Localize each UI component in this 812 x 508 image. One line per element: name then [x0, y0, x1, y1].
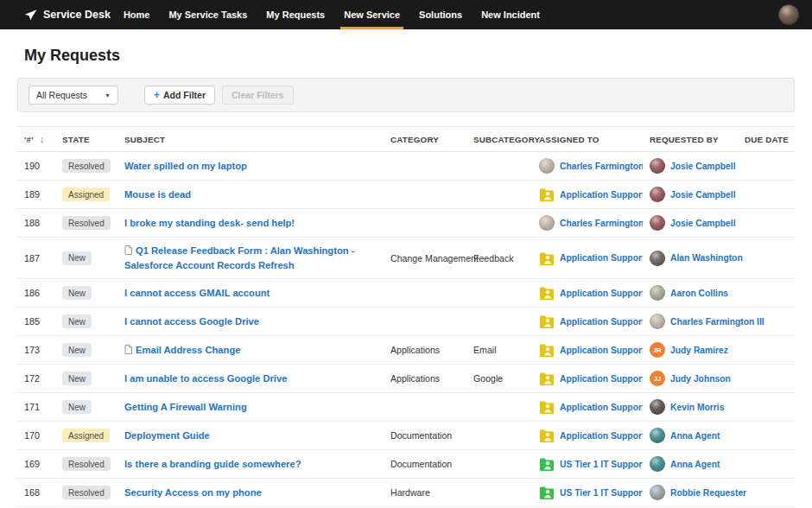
subject-link[interactable]: Q1 Release Feedback Form : Alan Washingt… — [124, 245, 354, 270]
column-header-state[interactable]: STATE — [55, 127, 117, 152]
requester-link[interactable]: Anna Agent — [670, 460, 720, 469]
category-cell — [384, 152, 466, 181]
subcategory-cell — [466, 479, 532, 507]
subject-link[interactable]: Water spilled on my laptop — [124, 161, 247, 171]
requester-link[interactable]: Josie Campbell — [670, 219, 736, 228]
clear-filters-label: Clear Filters — [232, 90, 284, 100]
subcategory-cell: Feedback — [466, 238, 532, 279]
subject-link[interactable]: Mouse is dead — [124, 189, 191, 200]
requester-link[interactable]: Judy Johnson — [670, 374, 731, 384]
subject-link[interactable]: I cannot access Google Drive — [124, 316, 259, 327]
table-row[interactable]: 173 New Email Address Change Application… — [17, 336, 795, 365]
status-badge: New — [62, 314, 92, 328]
category-cell: Documentation — [384, 450, 466, 479]
request-id: 190 — [17, 152, 55, 181]
category-cell: Applications — [384, 336, 466, 365]
column-header-subject[interactable]: SUBJECT — [117, 127, 384, 152]
subject-link[interactable]: I broke my standing desk- send help! — [124, 218, 295, 228]
nav-item-new-service[interactable]: New Service — [334, 0, 409, 29]
table-row[interactable]: 188 Resolved I broke my standing desk- s… — [17, 209, 795, 238]
photo-avatar — [650, 251, 665, 266]
category-cell — [384, 279, 466, 308]
subject-link[interactable]: Getting A Firewall Warning — [124, 402, 247, 412]
due-date-cell — [738, 238, 795, 279]
table-row[interactable]: 187 New Q1 Release Feedback Form : Alan … — [17, 238, 795, 279]
request-id: 189 — [17, 181, 55, 209]
requester-link[interactable]: Anna Agent — [670, 431, 720, 441]
sort-desc-icon: ↓ — [40, 134, 45, 144]
clear-filters-button[interactable]: Clear Filters — [222, 86, 294, 105]
table-row[interactable]: 170 Assigned Deployment Guide Documentat… — [17, 422, 795, 450]
status-badge: New — [62, 371, 92, 385]
photo-avatar — [650, 485, 665, 500]
column-header-[interactable]: '#'↓ — [17, 127, 55, 152]
column-header-subcategory[interactable]: SUBCATEGORY — [466, 127, 532, 152]
column-header-assigned-to[interactable]: ASSIGNED TO — [532, 127, 643, 152]
table-row[interactable]: 171 New Getting A Firewall Warning Appli… — [17, 393, 795, 422]
photo-avatar — [539, 158, 555, 174]
subject-link[interactable]: Security Access on my phone — [124, 487, 262, 498]
assignee-link[interactable]: Application Support — [560, 289, 643, 298]
nav-menu: HomeMy Service TasksMy RequestsNew Servi… — [114, 0, 549, 29]
subject-link[interactable]: I cannot access GMAIL account — [124, 288, 270, 298]
column-header-category[interactable]: CATEGORY — [384, 127, 466, 152]
nav-item-solutions[interactable]: Solutions — [409, 0, 472, 29]
add-filter-button[interactable]: + Add Filter — [144, 86, 215, 105]
request-id: 187 — [17, 238, 55, 279]
photo-avatar — [650, 187, 665, 202]
assignee-link[interactable]: Application Support — [560, 190, 643, 200]
assignee-link[interactable]: US Tier 1 IT Support — [560, 488, 643, 498]
assignee-link[interactable]: US Tier 1 IT Support — [560, 460, 643, 469]
requester-link[interactable]: Josie Campbell — [670, 162, 736, 171]
column-header-due-date[interactable]: DUE DATE — [738, 127, 795, 152]
category-cell — [384, 393, 466, 422]
brand-link[interactable]: Service Desk — [24, 9, 111, 21]
assignee-link[interactable]: Application Support — [560, 317, 643, 327]
subject-link[interactable]: Email Address Change — [124, 345, 240, 355]
requester-link[interactable]: Judy Ramirez — [670, 346, 728, 355]
table-row[interactable]: 189 Assigned Mouse is dead Application S… — [17, 181, 795, 209]
assignee-link[interactable]: Application Support — [560, 253, 643, 263]
category-cell: Documentation — [384, 422, 466, 450]
table-row[interactable]: 168 Resolved Security Access on my phone… — [17, 479, 795, 507]
nav-item-home[interactable]: Home — [114, 0, 160, 29]
requester-link[interactable]: Kevin Morris — [670, 403, 724, 412]
due-date-cell — [738, 209, 795, 238]
attachment-icon — [124, 344, 132, 358]
assignee-link[interactable]: Application Support — [560, 403, 643, 412]
assignee-link[interactable]: Application Support — [560, 431, 643, 441]
assignee-link[interactable]: Charles Farmington III — [560, 219, 643, 228]
requester-link[interactable]: Charles Farmington III — [670, 317, 764, 327]
assignee-link[interactable]: Charles Farmington III — [560, 162, 643, 171]
assignee-link[interactable]: Application Support — [560, 346, 643, 355]
subcategory-cell — [466, 279, 532, 308]
subcategory-cell — [466, 308, 532, 336]
chevron-down-icon: ▼ — [105, 92, 111, 98]
requester-link[interactable]: Aaron Collins — [670, 289, 728, 298]
request-id: 185 — [17, 308, 55, 336]
group-icon — [539, 457, 555, 471]
subject-link[interactable]: I am unable to access Google Drive — [124, 373, 287, 384]
table-row[interactable]: 186 New I cannot access GMAIL account Ap… — [17, 279, 795, 308]
subject-link[interactable]: Deployment Guide — [124, 430, 210, 441]
table-row[interactable]: 190 Resolved Water spilled on my laptop … — [17, 152, 795, 181]
request-id: 186 — [17, 279, 55, 308]
table-row[interactable]: 185 New I cannot access Google Drive App… — [17, 308, 795, 336]
nav-item-my-service-tasks[interactable]: My Service Tasks — [159, 0, 257, 29]
assignee-link[interactable]: Application Support — [560, 374, 643, 384]
column-header-requested-by[interactable]: REQUESTED BY — [643, 127, 738, 152]
photo-avatar — [650, 456, 665, 472]
nav-item-new-incident[interactable]: New Incident — [472, 0, 549, 29]
user-avatar[interactable] — [779, 5, 798, 24]
request-id: 173 — [17, 336, 55, 365]
nav-item-my-requests[interactable]: My Requests — [257, 0, 334, 29]
requester-link[interactable]: Alan Washington — [670, 253, 743, 263]
requester-link[interactable]: Robbie Requester — [670, 488, 746, 498]
category-cell: Hardware — [384, 479, 466, 507]
requester-link[interactable]: Josie Campbell — [670, 190, 736, 200]
subject-link[interactable]: Is there a branding guide somewhere? — [124, 459, 301, 469]
table-row[interactable]: 169 Resolved Is there a branding guide s… — [17, 450, 795, 479]
table-row[interactable]: 172 New I am unable to access Google Dri… — [17, 365, 795, 393]
scope-select[interactable]: All Requests ▼ — [29, 86, 118, 105]
table-body: 190 Resolved Water spilled on my laptop … — [17, 152, 795, 508]
